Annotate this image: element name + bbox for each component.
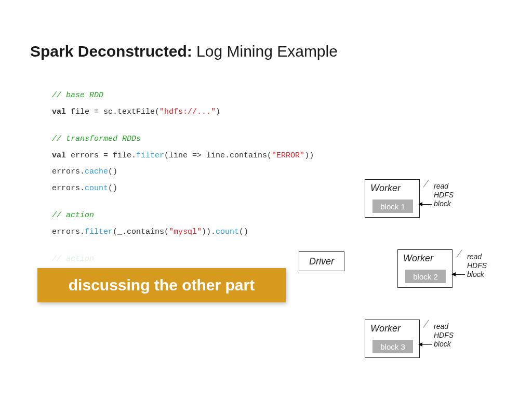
annot-line: block: [467, 270, 487, 279]
worker-label: Worker: [398, 250, 452, 266]
title-light: Log Mining Example: [192, 43, 338, 60]
code-text: errors.: [52, 184, 85, 193]
leader-line-icon: [423, 179, 429, 187]
driver-label: Driver: [309, 256, 334, 267]
annotation-2: read HDFS block: [467, 252, 487, 278]
arrow-head-icon: [451, 272, 456, 276]
code-comment: // action: [52, 255, 94, 263]
code-text: (line => line.contains(: [164, 151, 272, 160]
annot-line: read: [434, 182, 454, 191]
code-comment: // action: [52, 211, 94, 220]
code-comment: // base RDD: [52, 91, 103, 100]
code-text: file = sc.textFile(: [66, 108, 159, 116]
code-text: errors.: [52, 167, 85, 176]
code-string: "mysql": [169, 228, 202, 236]
code-fn: filter: [136, 151, 164, 160]
annotation-3: read HDFS block: [434, 322, 454, 348]
annot-line: HDFS: [434, 191, 454, 200]
code-text: errors = file.: [66, 151, 136, 160]
arrow-line-icon: [422, 204, 432, 205]
code-comment: // transformed RDDs: [52, 135, 141, 143]
code-text: (): [239, 228, 248, 236]
code-fn: filter: [85, 228, 113, 236]
code-text: (_.contains(: [113, 228, 169, 236]
code-block: // base RDD val file = sc.textFile("hdfs…: [52, 87, 314, 284]
title-bold: Spark Deconstructed:: [30, 43, 192, 60]
code-string: "hdfs://...": [159, 108, 216, 116]
worker-box-3: Worker block 3: [365, 320, 420, 358]
block-1: block 1: [373, 200, 413, 213]
worker-label: Worker: [365, 180, 419, 196]
arrow-head-icon: [418, 202, 422, 206]
callout-banner: discussing the other part: [37, 268, 286, 302]
code-fn: cache: [85, 167, 108, 176]
worker-label: Worker: [365, 320, 419, 336]
annot-line: HDFS: [434, 331, 454, 340]
code-text: )): [304, 151, 314, 160]
arrow-line-icon: [456, 274, 465, 275]
block-2: block 2: [405, 270, 446, 283]
arrow-line-icon: [422, 344, 432, 345]
annot-line: read: [434, 322, 454, 331]
code-fn: count: [85, 184, 108, 193]
annot-line: block: [434, 200, 454, 208]
worker-box-2: Worker block 2: [397, 249, 453, 288]
code-text: (): [108, 184, 117, 193]
code-text: ): [216, 108, 220, 116]
annot-line: read: [467, 252, 487, 261]
worker-box-1: Worker block 1: [365, 179, 420, 218]
annot-line: block: [434, 340, 454, 349]
block-3: block 3: [373, 340, 413, 353]
leader-line-icon: [457, 249, 462, 257]
code-text: errors.: [52, 228, 85, 236]
slide-title: Spark Deconstructed: Log Mining Example: [30, 43, 338, 60]
leader-line-icon: [423, 320, 429, 327]
code-text: (): [108, 167, 117, 176]
code-keyword: val: [52, 108, 66, 116]
code-text: )).: [202, 228, 216, 236]
arrow-head-icon: [418, 342, 422, 347]
code-fn: count: [216, 228, 239, 236]
driver-box: Driver: [299, 251, 344, 271]
annot-line: HDFS: [467, 261, 487, 270]
annotation-1: read HDFS block: [434, 182, 454, 208]
code-keyword: val: [52, 151, 66, 160]
code-string: "ERROR": [272, 151, 304, 160]
